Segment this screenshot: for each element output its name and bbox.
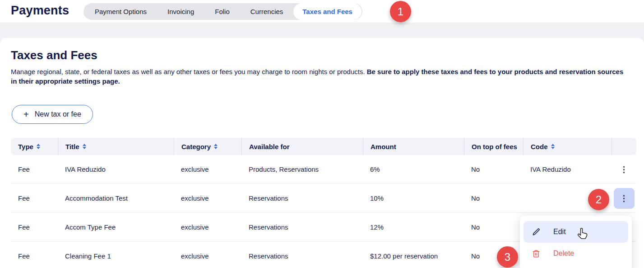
column-header-on-top-of-fees: On top of fees: [464, 138, 523, 155]
tab-payment-options[interactable]: Payment Options: [84, 4, 157, 19]
sort-icon[interactable]: [214, 144, 218, 149]
tab-currencies[interactable]: Currencies: [240, 4, 294, 19]
tab-invoicing[interactable]: Invoicing: [157, 4, 204, 19]
cell-available-for: Reservations: [241, 194, 363, 202]
cell-available-for: Reservations: [241, 223, 363, 231]
cell-category: exclusive: [174, 223, 241, 231]
row-actions-menu: Edit Delete: [520, 216, 632, 268]
cell-title: Accom Type Fee: [58, 223, 174, 231]
cell-on-top-of-fees: No: [464, 194, 523, 202]
column-label: Amount: [371, 143, 396, 150]
cell-category: exclusive: [174, 194, 241, 202]
column-header-title[interactable]: Title: [58, 138, 174, 155]
cell-on-top-of-fees: No: [464, 165, 523, 173]
page-title: Payments: [11, 4, 69, 18]
cell-type: Fee: [11, 194, 58, 202]
page: { "header": { "title": "Payments", "tabs…: [0, 0, 644, 268]
delete-label: Delete: [553, 249, 574, 258]
sort-icon[interactable]: [551, 144, 555, 149]
table-row: Fee Accommodation Test exclusive Reserva…: [11, 184, 636, 213]
column-label: Available for: [249, 143, 289, 150]
new-tax-or-fee-button[interactable]: + New tax or fee: [12, 105, 93, 124]
annotation-step-1: 1: [390, 1, 411, 22]
cell-title: Cleaning Fee 1: [58, 252, 174, 260]
cell-title: IVA Reduzido: [58, 165, 174, 173]
cell-amount: 10%: [363, 194, 464, 202]
new-tax-or-fee-label: New tax or fee: [35, 110, 81, 118]
row-actions-kebab-button[interactable]: ⋮: [614, 159, 635, 180]
column-label: Title: [65, 143, 79, 150]
section-title: Taxes and Fees: [11, 48, 636, 62]
annotation-step-2: 2: [588, 189, 609, 210]
cell-on-top-of-fees: No: [464, 223, 523, 231]
plus-icon: +: [23, 110, 29, 119]
cell-type: Fee: [11, 252, 58, 260]
cell-amount: $12.00 per reservation: [363, 252, 464, 260]
cell-category: exclusive: [174, 165, 241, 173]
cell-code: IVA Reduzido: [523, 165, 612, 173]
cursor-pointer-icon: [576, 226, 590, 241]
trash-icon: [532, 249, 541, 258]
sort-icon[interactable]: [83, 144, 86, 149]
tab-folio[interactable]: Folio: [204, 4, 240, 19]
table-row: Fee IVA Reduzido exclusive Products, Res…: [11, 155, 636, 184]
column-header-amount: Amount: [363, 138, 464, 155]
table-header-row: Type Title Category Available for Amount…: [11, 138, 636, 155]
annotation-step-3: 3: [497, 246, 518, 268]
cell-category: exclusive: [174, 252, 241, 260]
cell-available-for: Products, Reservations: [241, 165, 363, 173]
column-header-actions: [612, 138, 636, 155]
column-header-type[interactable]: Type: [11, 138, 58, 155]
cell-amount-x: Reservations: [241, 252, 363, 260]
menu-item-delete[interactable]: Delete: [524, 243, 628, 264]
row-actions-kebab-button-active[interactable]: ⋮: [614, 188, 635, 209]
cell-amount: 12%: [363, 223, 464, 231]
column-header-code[interactable]: Code: [523, 138, 612, 155]
tab-taxes-and-fees[interactable]: Taxes and Fees: [293, 3, 361, 20]
pencil-icon: [532, 227, 541, 236]
column-label: On top of fees: [472, 143, 517, 150]
cell-amount: 6%: [363, 165, 464, 173]
column-label: Code: [531, 143, 548, 150]
sort-icon[interactable]: [37, 144, 40, 149]
section-description: Manage regional, state, or federal taxes…: [11, 67, 628, 86]
column-header-category[interactable]: Category: [174, 138, 241, 155]
column-label: Type: [18, 143, 33, 150]
topbar: Payments Payment Options Invoicing Folio…: [0, 0, 644, 23]
column-header-available-for: Available for: [241, 138, 363, 155]
column-label: Category: [181, 143, 211, 150]
edit-label: Edit: [553, 228, 566, 236]
description-text: Manage regional, state, or federal taxes…: [11, 68, 367, 75]
tab-bar: Payment Options Invoicing Folio Currenci…: [83, 3, 362, 20]
cell-type: Fee: [11, 165, 58, 173]
cell-title: Accommodation Test: [58, 194, 174, 202]
cell-type: Fee: [11, 223, 58, 231]
